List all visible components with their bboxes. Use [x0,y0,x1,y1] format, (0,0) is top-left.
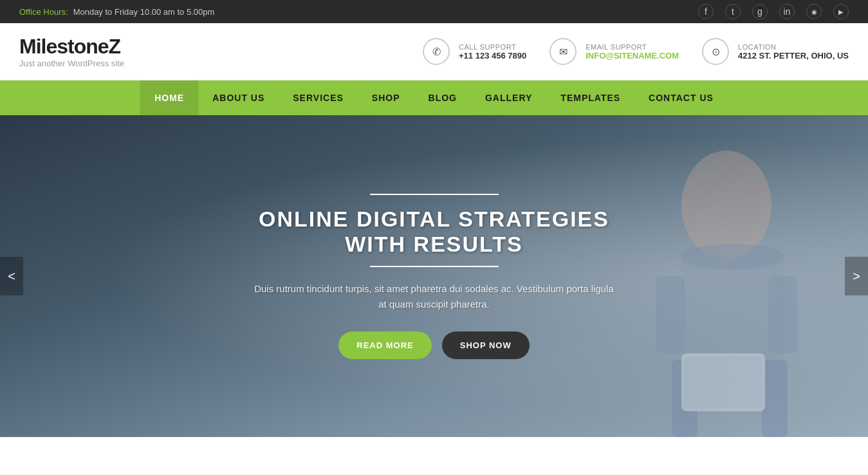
hero-slider: < ONLINE DIGITAL STRATEGIES WITH RESULTS… [0,115,868,437]
location: ⊙ LOCATION 4212 ST. PETTER, OHIO, US [702,38,849,65]
social-links: f t g in ◉ ▶ [698,4,849,19]
slider-next-button[interactable]: > [845,257,868,295]
email-support: ✉ EMAIL SUPPORT INFO@SITENAME.COM [549,38,679,65]
svg-point-0 [681,151,771,260]
svg-point-1 [741,185,764,193]
office-hours-label: Office Hours: [19,7,68,17]
nav-shop[interactable]: SHOP [358,80,414,115]
facebook-link[interactable]: f [698,4,714,19]
hero-line-top [370,194,499,195]
nav-contact[interactable]: CONTACT US [634,80,728,115]
svg-rect-7 [768,276,797,353]
logo[interactable]: MilestoneZ Just another WordPress site [19,35,124,68]
nav-gallery[interactable]: GALLERY [471,80,546,115]
phone-icon: ✆ [423,38,450,65]
googleplus-link[interactable]: g [752,4,768,19]
header-contacts: ✆ CALL SUPPORT +11 123 456 7890 ✉ EMAIL … [423,38,849,65]
hero-line-bottom [370,266,499,267]
location-label: LOCATION [738,43,849,51]
shop-now-button[interactable]: SHOP NOW [442,331,530,359]
youtube-link[interactable]: ▶ [833,4,849,19]
hero-content: ONLINE DIGITAL STRATEGIES WITH RESULTS D… [216,194,653,359]
header: MilestoneZ Just another WordPress site ✆… [0,23,868,80]
nav-templates[interactable]: TEMPLATES [546,80,634,115]
svg-point-3 [681,244,784,270]
hero-title: ONLINE DIGITAL STRATEGIES WITH RESULTS [254,207,614,257]
location-value: 4212 ST. PETTER, OHIO, US [738,51,849,61]
nav-services[interactable]: SERVICES [279,80,358,115]
linkedin-link[interactable]: in [779,4,795,19]
office-hours: Office Hours: Monday to Friday 10.00 am … [19,7,214,17]
email-icon: ✉ [549,38,577,65]
slider-prev-button[interactable]: < [0,257,23,295]
office-hours-value: Monday to Friday 10.00 am to 5.00pm [73,7,215,17]
hero-buttons: READ MORE SHOP NOW [254,331,614,359]
svg-rect-5 [762,360,788,437]
twitter-link[interactable]: t [725,4,741,19]
hero-description: Duis rutrum tincidunt turpis, sit amet p… [254,281,614,312]
email-support-label: EMAIL SUPPORT [586,43,679,51]
nav-home[interactable]: HOME [140,80,198,115]
nav-about[interactable]: ABOUT US [198,80,279,115]
nav-blog[interactable]: BLOG [414,80,471,115]
logo-subtitle: Just another WordPress site [19,59,124,68]
svg-rect-6 [656,276,685,353]
call-support-label: CALL SUPPORT [459,43,526,51]
svg-rect-9 [685,357,762,408]
location-icon: ⊙ [702,38,729,65]
call-support-value: +11 123 456 7890 [459,51,526,61]
rss-link[interactable]: ◉ [806,4,822,19]
read-more-button[interactable]: READ MORE [338,331,431,359]
nav-bar: HOME ABOUT US SERVICES SHOP BLOG GALLERY… [0,80,868,115]
main-nav: HOME ABOUT US SERVICES SHOP BLOG GALLERY… [140,80,728,115]
logo-title: MilestoneZ [19,35,124,59]
call-support: ✆ CALL SUPPORT +11 123 456 7890 [423,38,526,65]
top-bar: Office Hours: Monday to Friday 10.00 am … [0,0,868,23]
email-support-value[interactable]: INFO@SITENAME.COM [586,51,679,61]
